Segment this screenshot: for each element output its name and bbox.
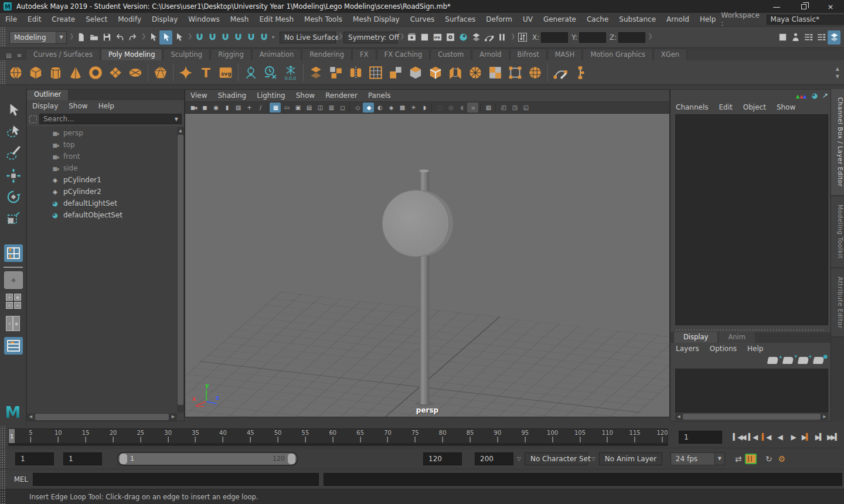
manipulator-icon[interactable]: ▲▲▲ <box>796 91 806 100</box>
wireframe-icon[interactable]: ◇ <box>352 103 363 113</box>
use-lights-icon[interactable]: ☀ <box>407 103 418 113</box>
current-time-field[interactable]: 1 <box>679 431 722 444</box>
scrollbar-thumb[interactable] <box>35 414 169 420</box>
layer-list-area[interactable] <box>675 369 828 413</box>
step-back-key-button[interactable]: ◀ <box>760 431 772 444</box>
render-view-icon[interactable] <box>405 30 418 45</box>
outliner-tab[interactable]: Outliner <box>27 90 68 100</box>
outliner-vertical-scrollbar[interactable]: ▲ <box>177 127 184 413</box>
outliner-item[interactable]: front <box>27 151 177 162</box>
shelf-tab[interactable]: Bifrost <box>510 49 547 60</box>
outliner-search-input[interactable]: Search... ▼ <box>39 114 182 124</box>
extrude-icon[interactable] <box>386 62 406 83</box>
snap-to-grid-icon[interactable] <box>193 30 206 45</box>
poly-cylinder-icon[interactable] <box>46 62 66 83</box>
modeling-toolkit-toggle-icon[interactable] <box>828 30 840 45</box>
drag-handle[interactable] <box>0 27 6 47</box>
step-forward-key-button[interactable]: ▶ <box>800 431 812 444</box>
section-collapse-arrow[interactable] <box>648 31 651 44</box>
range-slider-bar[interactable] <box>118 453 297 465</box>
isolate-select-icon[interactable]: ▧ <box>482 103 494 113</box>
graph-editor-icon[interactable]: ↗ <box>822 91 828 100</box>
scroll-up-arrow[interactable]: ▲ <box>177 127 184 134</box>
snap-to-point-icon[interactable] <box>219 30 232 45</box>
speed-ramp-icon[interactable]: ◕ <box>811 91 817 100</box>
fps-dropdown[interactable]: 24 fps <box>671 452 715 465</box>
center-pivot-icon[interactable] <box>241 62 261 83</box>
layer-editor-menu-item[interactable]: Options <box>705 343 742 354</box>
menu-item[interactable]: Cache <box>581 13 614 25</box>
viewport-menu-item[interactable]: Shading <box>212 90 251 101</box>
smooth-icon[interactable] <box>525 62 545 83</box>
play-backwards-button[interactable]: ◀ <box>773 431 785 444</box>
outliner-item[interactable]: persp <box>27 127 177 139</box>
new-scene-icon[interactable] <box>74 30 87 45</box>
shelf-tab[interactable]: Sculpting <box>163 49 210 60</box>
ep-curve-tool-icon[interactable] <box>550 62 570 83</box>
workspace-dropdown[interactable]: Maya Classic* ▼ <box>767 15 844 25</box>
playback-end-field[interactable]: 120 <box>423 452 462 465</box>
menu-item[interactable]: Surfaces <box>440 13 481 25</box>
chevron-down-icon[interactable]: ▽ <box>591 456 595 462</box>
chevron-down-icon[interactable]: ▾ <box>272 35 274 40</box>
circularize-icon[interactable] <box>465 62 485 83</box>
freeze-transformations-icon[interactable] <box>281 62 301 83</box>
drag-handle[interactable] <box>0 426 6 448</box>
section-collapse-arrow[interactable] <box>188 31 190 44</box>
drag-handle[interactable] <box>0 448 6 469</box>
command-language-label[interactable]: MEL <box>14 475 28 483</box>
outliner-menu-item[interactable]: Help <box>93 101 120 111</box>
flat-shade-icon[interactable]: ◐ <box>374 103 385 113</box>
resolution-gate-icon[interactable]: ▣ <box>292 103 303 113</box>
field-chart-icon[interactable]: ◫ <box>314 103 325 113</box>
mirror-icon[interactable] <box>346 62 366 83</box>
viewport-menu-item[interactable]: Panels <box>363 90 396 101</box>
z-input[interactable] <box>618 32 645 43</box>
camera-attributes-icon[interactable]: ◉ <box>210 103 221 113</box>
anim-layer-field[interactable]: No Anim Layer <box>599 452 662 465</box>
shelf-tab[interactable]: Motion Graphics <box>583 49 652 60</box>
viewport-menu-item[interactable]: Lighting <box>251 90 291 101</box>
select-hierarchy-icon[interactable] <box>147 30 159 45</box>
step-forward-frame-button[interactable]: ▶ <box>814 431 826 444</box>
poly-cone-icon[interactable] <box>66 62 86 83</box>
shelf-tab[interactable]: Poly Modeling <box>101 49 163 60</box>
menu-item[interactable]: Deform <box>481 13 518 25</box>
safe-title-icon[interactable]: ◻ <box>336 103 348 113</box>
menu-item[interactable]: Mesh <box>225 13 254 25</box>
safe-action-icon[interactable]: ▥ <box>325 103 336 113</box>
outliner-item[interactable]: top <box>27 139 177 151</box>
viewport-3d-canvas[interactable]: y x z persp <box>185 114 669 417</box>
fill-hole-icon[interactable] <box>366 62 386 83</box>
delete-history-icon[interactable] <box>261 62 281 83</box>
outliner-item[interactable]: side <box>27 162 177 174</box>
image-plane-icon[interactable]: ▨ <box>232 103 243 113</box>
paint-select-tool-icon[interactable] <box>5 145 22 162</box>
channel-box-menu-item[interactable]: Edit <box>714 102 738 113</box>
pane-copy-icon[interactable]: ◳ <box>509 103 520 113</box>
input-line-operations-icon[interactable] <box>516 30 529 45</box>
menu-item[interactable]: File <box>0 13 22 25</box>
outliner-horizontal-scrollbar[interactable]: ◀ ▶ <box>27 413 177 421</box>
playblast-icon[interactable] <box>745 454 757 464</box>
boolean-union-icon[interactable] <box>426 62 445 83</box>
attribute-editor-toggle-icon[interactable] <box>815 30 828 45</box>
camera-lock-icon[interactable]: ◼ <box>199 103 210 113</box>
shelf-scroll-arrows[interactable]: ▲▼ <box>836 66 844 79</box>
smooth-shade-icon[interactable]: ◆ <box>363 103 374 113</box>
channel-box-menu-item[interactable]: Channels <box>671 102 714 113</box>
snap-to-curve-icon[interactable] <box>206 30 219 45</box>
move-layer-up-icon[interactable]: ▴ <box>767 357 779 364</box>
drag-handle[interactable] <box>0 60 6 84</box>
pause-viewport-icon[interactable] <box>495 30 508 45</box>
poly-disc-icon[interactable] <box>125 62 145 83</box>
shelf-tab[interactable]: MASH <box>547 49 583 60</box>
shelf-tab[interactable]: Curves / Surfaces <box>26 49 100 60</box>
layer-editor-scrollbar[interactable]: ◀ ▶ <box>675 413 828 420</box>
edit-curve-tool-icon[interactable] <box>570 62 590 83</box>
outliner-item[interactable]: pCylinder1 <box>27 174 177 186</box>
character-controls-icon[interactable] <box>789 30 802 45</box>
panel-splitter[interactable] <box>675 329 826 331</box>
menu-item[interactable]: Display <box>147 13 183 25</box>
channel-box-toggle-icon[interactable] <box>802 30 815 45</box>
